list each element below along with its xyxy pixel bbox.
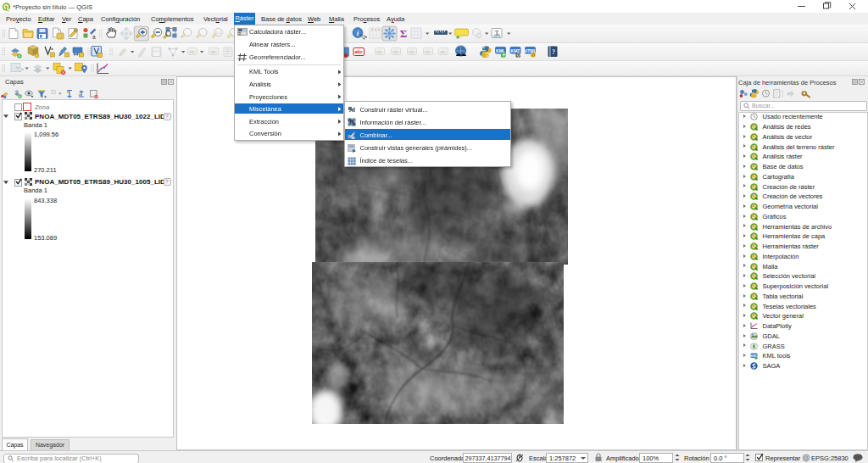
svg-text:1:1: 1:1 [216, 31, 221, 35]
svg-text:Σ: Σ [400, 27, 408, 40]
svg-text:?: ? [552, 48, 555, 56]
svg-text:HTML: HTML [525, 48, 537, 53]
svg-text:a: a [92, 34, 96, 40]
svg-text:abc: abc [425, 50, 431, 54]
svg-text:abc: abc [189, 50, 196, 54]
svg-text:KML: KML [496, 48, 505, 53]
svg-text:KMZ: KMZ [511, 48, 520, 53]
svg-text:abc: abc [409, 50, 415, 54]
svg-text:abc: abc [440, 50, 447, 54]
svg-text:abc: abc [210, 50, 217, 54]
svg-text:abc: abc [376, 50, 383, 54]
svg-text:abc: abc [354, 49, 362, 54]
svg-text:abc: abc [392, 50, 399, 54]
